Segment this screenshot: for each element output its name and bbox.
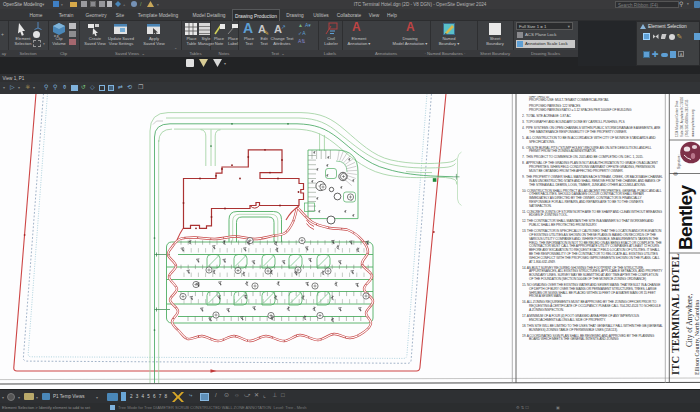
svg-text:1234 Municipal Center Drive: 1234 Municipal Center Drive <box>675 100 679 137</box>
svg-text:Ellison County, North Carolina: Ellison County, North Carolina <box>694 300 700 375</box>
svg-text:(704) 282-4500 fax 282-4735: (704) 282-4500 fax 282-4735 <box>685 99 689 137</box>
svg-text:Suite 200, Anywhere NC 28110: Suite 200, Anywhere NC 28110 <box>680 96 684 137</box>
svg-text:ITC TERMINAL HOTEL: ITC TERMINAL HOTEL <box>670 253 681 375</box>
svg-text:Bentley: Bentley <box>675 185 696 250</box>
svg-text:www.anywherenc.org: www.anywherenc.org <box>691 109 695 137</box>
svg-text:City of Anywhere,: City of Anywhere, <box>686 293 694 347</box>
svg-text:Signature:: Signature: <box>677 154 681 169</box>
